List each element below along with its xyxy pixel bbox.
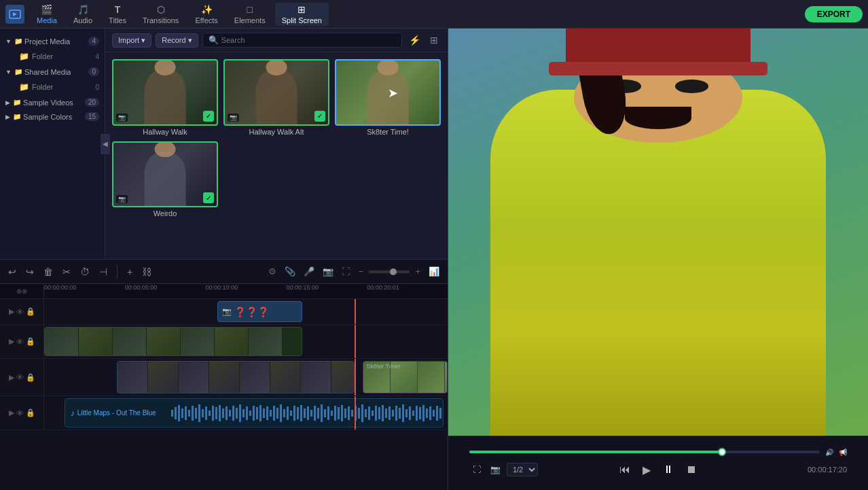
folder-small-icon2: 📁 xyxy=(19,82,29,92)
track-playhead-subtitle xyxy=(355,299,356,324)
pause-button[interactable]: ⏸ xyxy=(659,461,677,478)
media-item-sk8ter-time[interactable]: ➤ Sk8ter Time! xyxy=(335,59,441,136)
export-button[interactable]: EXPORT xyxy=(805,6,863,22)
sidebar-item-sample-videos[interactable]: ▶ 📁 Sample Videos 20 xyxy=(0,95,105,109)
undo-button[interactable]: ↩ xyxy=(5,265,19,279)
progress-thumb[interactable] xyxy=(718,448,726,456)
zoom-slider-thumb[interactable] xyxy=(390,268,397,275)
audio-meter-button[interactable]: 📊 xyxy=(426,265,442,278)
nav-titles[interactable]: T Titles xyxy=(102,3,133,26)
track-eye-icon[interactable]: 👁 xyxy=(16,308,24,316)
track-eye-icon2[interactable]: 👁 xyxy=(16,338,24,346)
track-play-icon4[interactable]: ▶ xyxy=(9,408,14,417)
sidebar-shared-media-sub: 📁 Folder 0 xyxy=(0,79,105,95)
video-clip-sk8ter-time[interactable]: Sk8ter Time! xyxy=(363,361,448,393)
media-item-hallway-walk-alt[interactable]: 📷 ✓ Hallway Walk Alt xyxy=(223,59,329,136)
zoom-slider[interactable] xyxy=(369,270,410,273)
mic-button[interactable]: 🎤 xyxy=(301,265,317,278)
svg-rect-46 xyxy=(324,409,326,417)
sidebar-item-sample-colors[interactable]: ▶ 📁 Sample Colors 15 xyxy=(0,109,105,124)
redo-button[interactable]: ↪ xyxy=(23,265,37,279)
preview-frame xyxy=(448,29,868,436)
arrow-icon4: ▶ xyxy=(5,113,10,120)
settings-button[interactable]: ⚙ xyxy=(266,265,279,278)
svg-rect-38 xyxy=(297,407,299,419)
svg-rect-63 xyxy=(382,405,384,421)
svg-rect-25 xyxy=(253,406,255,421)
sidebar-item-folder[interactable]: 📁 Folder 4 xyxy=(14,50,105,63)
subtitle-clip[interactable]: 📷 ❓❓❓ xyxy=(217,301,302,322)
svg-rect-35 xyxy=(287,406,289,420)
cut-button[interactable]: ✂ xyxy=(60,265,73,279)
svg-rect-6 xyxy=(188,410,190,417)
svg-rect-7 xyxy=(192,406,194,421)
nav-effects[interactable]: ✨ Effects xyxy=(188,3,224,26)
track-row-video1: ▶ 👁 🔒 xyxy=(0,325,448,359)
track-play-icon3[interactable]: ▶ xyxy=(9,373,14,382)
elements-icon: □ xyxy=(247,4,253,15)
filter-button[interactable]: ⚡ xyxy=(406,33,423,47)
media-item-hallway-walk[interactable]: 📷 ✓ Hallway Walk xyxy=(112,59,218,136)
add-track-icon: ⊕ xyxy=(16,287,22,295)
add-media-button[interactable]: + xyxy=(124,265,135,279)
collapse-sidebar-button[interactable]: ◀ xyxy=(101,134,110,154)
link-button[interactable]: ⛓ xyxy=(139,265,154,279)
nav-audio[interactable]: 🎵 Audio xyxy=(67,3,99,26)
nav-transitions[interactable]: ⬡ Transitions xyxy=(136,3,185,26)
nav-media[interactable]: 🎬 Media xyxy=(30,3,64,26)
fullscreen-preview-button[interactable]: ⛶ xyxy=(469,463,484,476)
track-row-video2: ▶ 👁 🔒 xyxy=(0,359,448,396)
track-eye-icon3[interactable]: 👁 xyxy=(16,373,24,381)
sidebar-item-project-media[interactable]: ▼ 📁 Project Media 4 xyxy=(0,34,105,48)
svg-rect-50 xyxy=(338,407,340,419)
zoom-in-button[interactable]: + xyxy=(412,265,423,278)
camera-button[interactable]: 📷 xyxy=(320,265,336,278)
media-toolbar: Import ▾ Record ▾ 🔍 ⚡ ⊞ xyxy=(105,29,448,52)
nav-split-screen[interactable]: ⊞ Split Screen xyxy=(275,3,329,26)
split-button[interactable]: ⊣ xyxy=(96,265,110,279)
video-clip-hallway-walk[interactable] xyxy=(44,327,302,356)
track-lock-icon3[interactable]: 🔒 xyxy=(26,373,35,382)
track-lock-icon2[interactable]: 🔒 xyxy=(26,337,35,346)
track-play-icon[interactable]: ▶ xyxy=(9,307,14,316)
zoom-out-button[interactable]: − xyxy=(356,265,367,278)
speed-button[interactable]: ⏱ xyxy=(77,265,92,279)
chevron-down-icon: ▾ xyxy=(141,36,145,45)
stop-button[interactable]: ⏹ xyxy=(683,461,700,478)
video-clip-hallway-walk-alt[interactable] xyxy=(117,361,355,393)
play-button[interactable]: ▶ xyxy=(639,461,654,478)
time-marker-15: 00:00:15:00 xyxy=(286,284,319,291)
track-controls-video1: ▶ 👁 🔒 xyxy=(0,325,44,358)
effects-icon: ✨ xyxy=(201,4,213,15)
fullscreen-button[interactable]: ⛶ xyxy=(339,265,353,278)
music-clip[interactable]: ♪ Little Maps - Out The Blue xyxy=(65,398,444,427)
grid-view-button[interactable]: ⊞ xyxy=(427,33,441,47)
clip-button[interactable]: 📎 xyxy=(282,265,298,278)
svg-rect-55 xyxy=(355,406,357,421)
progress-bar[interactable] xyxy=(469,451,820,453)
svg-rect-79 xyxy=(436,406,438,421)
ruler-left-spacer: ⊕ ⊗ xyxy=(0,284,44,298)
track-lock-icon[interactable]: 🔒 xyxy=(26,307,35,316)
svg-rect-1 xyxy=(171,410,173,417)
skip-back-button[interactable]: ⏮ xyxy=(616,461,634,478)
track-lock-icon4[interactable]: 🔒 xyxy=(26,408,35,417)
search-input[interactable] xyxy=(221,36,396,44)
record-button[interactable]: Record ▾ xyxy=(156,33,198,48)
track-play-icon2[interactable]: ▶ xyxy=(9,337,14,346)
svg-rect-5 xyxy=(185,406,187,420)
import-button[interactable]: Import ▾ xyxy=(112,33,151,48)
ratio-select[interactable]: 1/2 xyxy=(507,463,538,476)
sidebar-item-folder2[interactable]: 📁 Folder 0 xyxy=(14,80,105,94)
nav-elements[interactable]: □ Elements xyxy=(228,3,272,26)
time-marker-10: 00:00:10:00 xyxy=(206,284,238,291)
svg-rect-43 xyxy=(314,406,316,421)
delete-button[interactable]: 🗑 xyxy=(41,265,56,279)
track-eye-icon4[interactable]: 👁 xyxy=(16,409,24,417)
sidebar-item-shared-media[interactable]: ▼ 📁 Shared Media 0 xyxy=(0,65,105,79)
svg-rect-44 xyxy=(317,408,319,419)
svg-rect-10 xyxy=(202,409,204,417)
snapshot-button[interactable]: 📷 xyxy=(487,463,504,476)
svg-rect-8 xyxy=(195,408,197,419)
media-item-weirdo[interactable]: 📷 ✓ Weirdo xyxy=(112,141,218,218)
